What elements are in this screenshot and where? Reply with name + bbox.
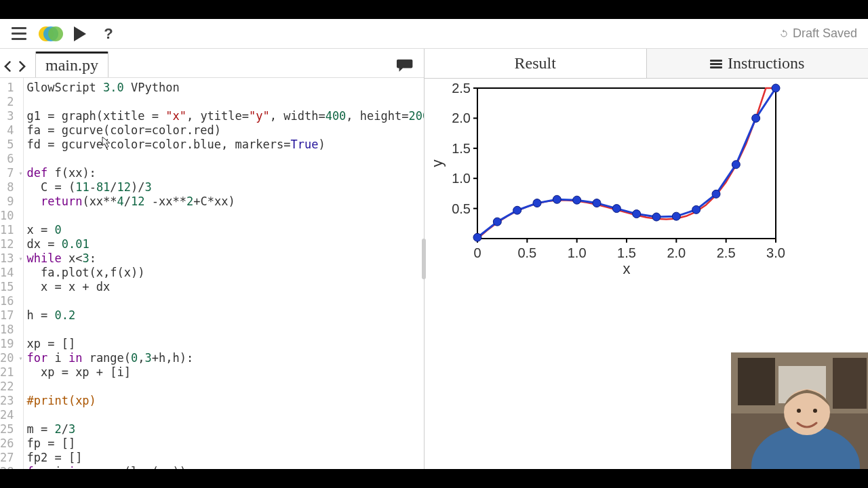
prev-file-icon[interactable] — [1, 60, 15, 73]
code-line[interactable]: fp2 = [] — [26, 451, 424, 465]
svg-point-42 — [772, 84, 780, 92]
code-line[interactable] — [26, 95, 424, 109]
code-line[interactable]: fa.plot(x,f(x)) — [26, 266, 424, 280]
line-number: 14 — [0, 266, 14, 280]
svg-text:0: 0 — [473, 245, 481, 260]
svg-text:2.5: 2.5 — [452, 81, 471, 96]
line-number: 21 — [0, 365, 14, 380]
result-chart: 0.51.01.52.02.500.51.01.52.02.53.0xy — [430, 83, 783, 279]
svg-point-37 — [672, 212, 680, 220]
line-number: 11 — [0, 223, 14, 237]
fold-icon[interactable]: ▾ — [16, 251, 22, 266]
tab-result[interactable]: Result — [425, 49, 646, 79]
code-line[interactable] — [26, 408, 424, 422]
line-number: 1 — [0, 81, 14, 95]
menu-icon[interactable] — [5, 20, 33, 47]
svg-point-33 — [593, 199, 601, 207]
line-number: 5 — [0, 138, 14, 152]
code-line[interactable]: return(xx**4/12 -xx**2+C*xx) — [26, 195, 424, 209]
code-line[interactable] — [26, 380, 424, 394]
line-number: 17 — [0, 308, 14, 323]
line-number: 25 — [0, 422, 14, 436]
line-number: 15 — [0, 280, 14, 294]
next-file-icon[interactable] — [15, 60, 28, 73]
line-number: 10 — [0, 209, 14, 223]
tab-instructions[interactable]: Instructions — [646, 49, 869, 79]
svg-point-28 — [493, 218, 501, 226]
code-line[interactable]: x = 0 — [26, 223, 424, 237]
code-line[interactable]: GlowScript 3.0 VPython — [26, 81, 424, 95]
webcam-overlay — [731, 352, 868, 469]
help-button[interactable]: ? — [95, 20, 122, 47]
line-number: 27 — [0, 451, 14, 465]
comments-icon[interactable] — [397, 58, 414, 73]
code-line[interactable] — [26, 209, 424, 223]
line-number: 3 — [0, 109, 14, 123]
line-number: 12 — [0, 237, 14, 251]
svg-point-34 — [612, 205, 620, 213]
code-line[interactable]: def f(xx): — [26, 166, 424, 180]
logo-icon[interactable] — [35, 20, 62, 47]
line-number: 9 — [0, 195, 14, 209]
svg-point-51 — [813, 409, 817, 413]
result-panel: 0.51.01.52.02.500.51.01.52.02.53.0xy — [425, 79, 868, 282]
code-line[interactable]: xp = xp + [i] — [26, 365, 424, 380]
line-number: 19 — [0, 337, 14, 351]
svg-text:x: x — [623, 260, 631, 277]
code-line[interactable]: m = 2/3 — [26, 422, 424, 436]
line-number: 18 — [0, 323, 14, 337]
line-number: 22 — [0, 380, 14, 394]
svg-point-29 — [513, 206, 521, 214]
svg-text:3.0: 3.0 — [766, 245, 785, 260]
line-number: 8 — [0, 180, 14, 195]
code-line[interactable]: fp = [] — [26, 436, 424, 451]
svg-text:2.0: 2.0 — [667, 245, 686, 260]
code-line[interactable]: #print(xp) — [26, 394, 424, 408]
code-line[interactable]: while x<3: — [26, 251, 424, 266]
svg-point-36 — [652, 213, 660, 221]
line-number: 23 — [0, 394, 14, 408]
line-number: 7 — [0, 166, 14, 180]
code-line[interactable]: h = 0.2 — [26, 308, 424, 323]
code-line[interactable]: fd = gcurve(color=color.blue, markers=Tr… — [26, 138, 424, 152]
svg-rect-45 — [738, 358, 775, 405]
svg-text:2.5: 2.5 — [717, 245, 736, 260]
run-button[interactable] — [65, 20, 92, 47]
code-line[interactable]: x = x + dx — [26, 280, 424, 294]
svg-text:0.5: 0.5 — [517, 245, 536, 260]
file-tab[interactable]: main.py — [35, 52, 108, 77]
svg-point-41 — [752, 114, 760, 122]
line-number: 24 — [0, 408, 14, 422]
svg-point-38 — [692, 205, 701, 214]
code-editor[interactable]: 123456▾789101112▾13141516171819▾20212223… — [0, 77, 424, 469]
svg-text:y: y — [429, 160, 446, 167]
line-number: 26 — [0, 436, 14, 451]
code-line[interactable]: for i in range(0,3+h,h): — [26, 351, 424, 365]
code-line[interactable]: g1 = graph(xtitle = "x", ytitle="y", wid… — [26, 109, 424, 123]
line-number: 13 — [0, 251, 14, 266]
code-line[interactable]: fa = gcurve(color=color.red) — [26, 123, 424, 138]
code-line[interactable] — [26, 323, 424, 337]
svg-text:1.5: 1.5 — [617, 245, 636, 260]
line-number: 20 — [0, 351, 14, 365]
code-line[interactable]: dx = 0.01 — [26, 237, 424, 251]
code-line[interactable]: C = (11-81/12)/3 — [26, 180, 424, 195]
tab-instructions-label: Instructions — [728, 54, 804, 73]
svg-point-39 — [712, 190, 720, 198]
line-number: 4 — [0, 123, 14, 138]
editor-pane: main.py 123456▾789101112▾13141516171819▾… — [0, 49, 425, 469]
line-number: 2 — [0, 95, 14, 109]
svg-rect-46 — [833, 358, 867, 409]
code-line[interactable]: xp = [] — [26, 337, 424, 351]
code-line[interactable] — [26, 152, 424, 166]
svg-point-35 — [633, 210, 641, 218]
svg-text:2.0: 2.0 — [452, 110, 471, 125]
fold-icon[interactable]: ▾ — [16, 351, 22, 365]
svg-text:1.0: 1.0 — [568, 245, 587, 260]
svg-point-31 — [553, 195, 561, 203]
code-line[interactable] — [26, 294, 424, 308]
toolbar: ? Draft Saved — [0, 19, 868, 49]
svg-point-50 — [797, 409, 801, 413]
svg-point-30 — [533, 199, 541, 207]
fold-icon[interactable]: ▾ — [16, 166, 22, 180]
